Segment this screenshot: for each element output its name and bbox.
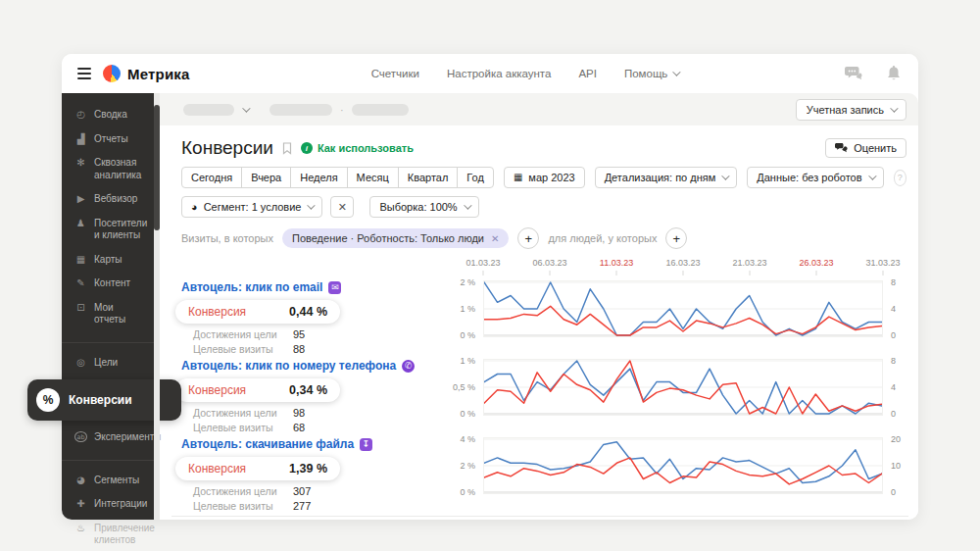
sidebar-item-label: Карты <box>94 254 132 267</box>
chip-close-icon[interactable]: ✕ <box>491 233 499 244</box>
detail-dropdown[interactable]: Детализация: по дням <box>595 167 738 188</box>
sidebar-item-summary[interactable]: ◴Сводка <box>62 103 160 127</box>
sidebar: ◴Сводка▟Отчеты✻Сквозная аналитика▶Вебвиз… <box>62 93 160 520</box>
how-to-use-link[interactable]: i Как использовать <box>301 142 414 154</box>
nav-item-api[interactable]: API <box>578 68 597 79</box>
nav-item-account-settings[interactable]: Настройка аккаунта <box>447 68 551 79</box>
how-to-use-label: Как использовать <box>318 142 414 154</box>
metric-label: Целевые визиты <box>193 343 293 355</box>
metric-label: Целевые визиты <box>193 422 293 433</box>
sidebar-item-client-acquisition[interactable]: ♨Привлечение клиентов <box>62 517 160 551</box>
rate-button[interactable]: Оценить <box>825 138 906 158</box>
sidebar-item-segments[interactable]: ◕Сегменты <box>62 469 160 493</box>
add-people-condition-button[interactable]: + <box>665 227 687 249</box>
scrollbar-thumb[interactable] <box>154 105 160 230</box>
sidebar-item-my-reports[interactable]: ⊡Мои отчеты <box>62 296 160 332</box>
y-tick-label: 0 % <box>460 409 475 419</box>
sidebar-item-goals[interactable]: ◎Цели <box>62 351 160 376</box>
y-tick-label: 4 % <box>460 434 475 444</box>
sidebar-item-label: Вебвизор <box>94 193 147 206</box>
puzzle-icon: ✚ <box>74 498 87 510</box>
preset-month[interactable]: Месяц <box>347 167 399 188</box>
sidebar-item-content[interactable]: ✎Контент <box>62 272 160 296</box>
conversion-value: 0,44 % <box>289 305 327 319</box>
goal-title-text: Автоцель: скачивание файла <box>181 437 354 451</box>
goal-title-link[interactable]: Автоцель: клик по email✉ <box>181 280 420 294</box>
chart-plot[interactable] <box>483 437 883 494</box>
help-icon[interactable]: ? <box>894 170 906 186</box>
y-tick-label: 2 % <box>460 461 475 471</box>
sidebar-item-label: Контент <box>94 277 140 290</box>
y-tick-label: 0 <box>891 330 896 340</box>
date-picker-label: мар 2023 <box>528 172 574 183</box>
charts-section: 01.03.2306.03.2311.03.2316.03.2321.03.23… <box>181 257 906 517</box>
pie-icon: ◕ <box>74 475 87 486</box>
preset-year[interactable]: Год <box>457 167 494 188</box>
nav-item-label: Счетчики <box>371 68 419 79</box>
segment-clear-button[interactable]: ✕ <box>330 196 354 218</box>
flame-icon: ♨ <box>74 523 87 534</box>
chevron-down-icon <box>242 104 250 112</box>
hamburger-menu-icon[interactable] <box>77 68 91 79</box>
sidebar-item-label: Интеграции <box>94 498 157 511</box>
bell-icon[interactable] <box>887 66 901 81</box>
sample-dropdown[interactable]: Выборка: 100% <box>369 196 478 218</box>
metric-row: Целевые визиты68 <box>181 421 420 433</box>
conversion-label: Конверсия <box>188 383 246 397</box>
map-grid-icon: ▦ <box>74 254 87 266</box>
y-tick-label: 0,5 % <box>453 382 475 392</box>
segment-condition-chip[interactable]: Поведение · Роботность: Только люди ✕ <box>282 228 509 248</box>
date-tick <box>750 271 751 276</box>
goal-title-link[interactable]: Автоцель: клик по номеру телефона✆ <box>181 359 420 373</box>
nav-item-counters[interactable]: Счетчики <box>371 68 419 79</box>
nav-item-help[interactable]: Помощь <box>624 68 678 79</box>
chevron-down-icon <box>721 172 729 179</box>
email-icon: ✉ <box>328 281 341 294</box>
sidebar-item-experiments[interactable]: abЭксперименты <box>62 426 160 450</box>
chat-icon[interactable] <box>845 67 863 81</box>
metric-value: 88 <box>293 343 305 355</box>
y-tick-label: 10 <box>891 461 901 471</box>
sidebar-item-webvisor[interactable]: ▶Вебвизор <box>62 187 160 212</box>
sidebar-item-reports[interactable]: ▟Отчеты <box>62 127 160 152</box>
bar-chart-icon: ▟ <box>74 133 87 145</box>
goal-title-link[interactable]: Автоцель: скачивание файла↧ <box>181 437 420 451</box>
preset-week[interactable]: Неделя <box>290 167 347 188</box>
sidebar-item-cross-analytics[interactable]: ✻Сквозная аналитика <box>62 151 160 187</box>
account-button[interactable]: Учетная запись <box>796 99 906 121</box>
conversion-card: Конверсия0,44 % <box>175 300 340 324</box>
target-icon: ◎ <box>74 357 87 369</box>
chart-plot[interactable] <box>483 280 883 337</box>
preset-quarter[interactable]: Квартал <box>398 167 459 188</box>
date-picker-button[interactable]: ▦ мар 2023 <box>504 167 585 188</box>
y-tick-label: 0 % <box>460 487 475 497</box>
dashboard-icon: ◴ <box>74 109 87 121</box>
chevron-down-icon <box>673 68 681 75</box>
sidebar-scrollbar[interactable] <box>154 93 160 520</box>
top-header: Метрика СчетчикиНастройка аккаунтаAPIПом… <box>62 54 918 93</box>
preset-yesterday[interactable]: Вчера <box>241 167 291 188</box>
goal-title-text: Автоцель: клик по номеру телефона <box>181 359 396 373</box>
goal-row: Автоцель: клик по номеру телефона✆Конвер… <box>181 359 906 433</box>
sidebar-section: ◴Сводка▟Отчеты✻Сквозная аналитика▶Вебвиз… <box>62 99 160 340</box>
percent-icon: % <box>36 388 60 412</box>
yandex-metrica-logo-icon <box>103 65 121 82</box>
add-visit-condition-button[interactable]: + <box>517 227 539 249</box>
data-source-dropdown[interactable]: Данные: без роботов <box>747 167 883 188</box>
sidebar-item-visitors-clients[interactable]: ♟Посетители и клиенты <box>62 212 160 248</box>
redacted-counter-selector[interactable] <box>183 104 234 116</box>
breadcrumb-separator: · <box>340 104 344 116</box>
rate-button-label: Оценить <box>854 142 897 154</box>
goal-chart: 2 %1 %0 %840 <box>444 280 906 355</box>
y-tick-label: 4 <box>891 382 896 392</box>
sidebar-item-integrations[interactable]: ✚Интеграции <box>62 492 160 517</box>
segment-dropdown[interactable]: ◕ Сегмент: 1 условие <box>181 196 322 218</box>
info-icon: i <box>301 142 313 154</box>
date-label: 16.03.23 <box>665 258 700 268</box>
bookmark-icon[interactable] <box>282 142 292 155</box>
chart-plot[interactable] <box>483 359 883 416</box>
sidebar-item-maps[interactable]: ▦Карты <box>62 248 160 273</box>
conversion-value: 1,39 % <box>289 462 327 476</box>
preset-today[interactable]: Сегодня <box>181 167 242 188</box>
sidebar-item-label: Мои отчеты <box>94 302 156 326</box>
